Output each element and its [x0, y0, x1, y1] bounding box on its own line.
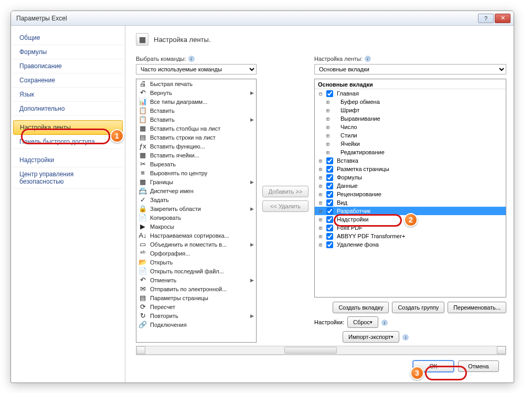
horizontal-scrollbar[interactable]: [136, 346, 506, 355]
expand-icon[interactable]: ⊞: [317, 225, 324, 231]
new-group-button[interactable]: Создать группу: [392, 302, 444, 313]
ok-button[interactable]: ОК: [413, 360, 454, 372]
tree-checkbox[interactable]: [326, 90, 333, 97]
tree-checkbox[interactable]: [326, 166, 333, 173]
sidebar-item-language[interactable]: Язык: [13, 88, 123, 102]
expand-icon[interactable]: ⊞: [324, 99, 332, 105]
sidebar-item-trust-center[interactable]: Центр управления безопасностью: [13, 167, 123, 189]
tree-node[interactable]: ⊞Разметка страницы: [315, 165, 506, 173]
list-item[interactable]: ≡Выровнять по центру: [136, 168, 256, 177]
expand-icon[interactable]: ⊞: [324, 141, 332, 147]
expand-icon[interactable]: ⊞: [317, 158, 324, 164]
info-icon[interactable]: [365, 55, 371, 62]
rename-button[interactable]: Переименовать...: [448, 302, 506, 313]
remove-button[interactable]: << Удалить: [262, 200, 308, 212]
expand-icon[interactable]: ⊞: [317, 217, 324, 222]
expand-icon[interactable]: ⊟: [317, 91, 324, 97]
list-item[interactable]: ▦Вставить столбцы на лист: [136, 124, 256, 133]
expand-icon[interactable]: ⊞: [317, 242, 324, 248]
list-item[interactable]: ↶Отменить▶: [136, 275, 256, 284]
expand-icon[interactable]: ⊞: [317, 208, 324, 214]
expand-icon[interactable]: ⊞: [317, 166, 324, 172]
list-item[interactable]: 📄Копировать: [136, 213, 256, 222]
tree-checkbox[interactable]: [326, 208, 333, 215]
expand-icon[interactable]: ⊞: [317, 183, 324, 189]
import-export-button[interactable]: Импорт-экспорт: [343, 331, 399, 343]
list-item[interactable]: 🖨Быстрая печать: [136, 79, 256, 88]
list-item[interactable]: 📇Диспетчер имен: [136, 186, 256, 195]
customize-ribbon-combo[interactable]: Основные вкладки: [314, 64, 506, 75]
list-item[interactable]: 📄Открыть последний файл...: [136, 267, 256, 275]
list-item[interactable]: ✂Вырезать: [136, 160, 256, 168]
sidebar-item-proofing[interactable]: Правописание: [13, 59, 123, 73]
tree-node[interactable]: ⊞Вставка: [315, 156, 506, 165]
tree-checkbox[interactable]: [326, 183, 333, 189]
list-item[interactable]: ✓Задать: [136, 195, 256, 204]
tree-node[interactable]: ⊞Буфер обмена: [315, 98, 506, 106]
list-item[interactable]: ▤Вставить строки на лист: [136, 133, 256, 142]
tree-node[interactable]: ⊞Шрифт: [315, 106, 506, 114]
info-icon[interactable]: [402, 334, 409, 341]
new-tab-button[interactable]: Создать вкладку: [333, 302, 389, 313]
sidebar-item-general[interactable]: Общие: [13, 31, 123, 45]
sidebar-item-customize-ribbon[interactable]: Настройка ленты: [13, 120, 123, 135]
sidebar-item-formulas[interactable]: Формулы: [13, 45, 123, 59]
list-item[interactable]: ▶Макросы: [136, 222, 256, 231]
sidebar-item-addins[interactable]: Надстройки: [13, 153, 123, 167]
tree-node[interactable]: ⊞ABBYY PDF Transformer+: [315, 232, 506, 240]
list-item[interactable]: 📂Открыть: [136, 258, 256, 267]
list-item[interactable]: ↻Повторить▶: [136, 311, 256, 320]
sidebar-item-advanced[interactable]: Дополнительно: [13, 102, 123, 116]
tree-checkbox[interactable]: [326, 216, 333, 223]
tree-node[interactable]: ⊞Формулы: [315, 173, 506, 182]
commands-listbox[interactable]: 🖨Быстрая печать↶Вернуть▶📊Все типы диагра…: [136, 79, 257, 343]
expand-icon[interactable]: ⊞: [317, 200, 324, 206]
expand-icon[interactable]: ⊞: [324, 133, 332, 139]
info-icon[interactable]: [188, 55, 195, 62]
list-item[interactable]: 📋Вставить▶: [136, 115, 256, 124]
tree-node[interactable]: ⊞Данные: [315, 182, 506, 190]
reset-button[interactable]: Сброс: [347, 316, 378, 328]
tree-node[interactable]: ⊞Ячейки: [315, 140, 506, 148]
list-item[interactable]: ↶Вернуть▶: [136, 88, 256, 97]
tree-node[interactable]: ⊞Выравнивание: [315, 114, 506, 123]
expand-icon[interactable]: ⊞: [324, 124, 332, 130]
list-item[interactable]: ▦Границы▶: [136, 177, 256, 186]
list-item[interactable]: 🔒Закрепить области▶: [136, 204, 256, 213]
tree-checkbox[interactable]: [326, 233, 333, 240]
expand-icon[interactable]: ⊞: [317, 233, 324, 239]
choose-commands-combo[interactable]: Часто используемые команды: [136, 64, 257, 75]
expand-icon[interactable]: ⊞: [324, 150, 332, 155]
sidebar-item-save[interactable]: Сохранение: [13, 73, 123, 88]
list-item[interactable]: ⟳Пересчет: [136, 302, 256, 311]
list-item[interactable]: ✉Отправить по электронной...: [136, 284, 256, 293]
tree-node[interactable]: ⊞Рецензирование: [315, 190, 506, 198]
tree-node[interactable]: ⊞Стили: [315, 131, 506, 140]
add-button[interactable]: Добавить >>: [262, 186, 308, 197]
close-button[interactable]: ✕: [495, 14, 510, 23]
sidebar-item-quick-access[interactable]: Панель быстрого доступа: [13, 135, 123, 149]
list-item[interactable]: ▭Объединить и поместить в...▶: [136, 240, 256, 249]
tree-checkbox[interactable]: [326, 225, 333, 231]
expand-icon[interactable]: ⊞: [324, 108, 332, 113]
cancel-button[interactable]: Отмена: [458, 360, 499, 372]
tree-node[interactable]: ⊞Удаление фона: [315, 240, 506, 249]
tree-node[interactable]: ⊞Число: [315, 123, 506, 131]
expand-icon[interactable]: ⊞: [324, 116, 332, 122]
tree-node[interactable]: ⊞Редактирование: [315, 148, 506, 156]
list-item[interactable]: A↓Настраиваемая сортировка...: [136, 231, 256, 240]
tree-checkbox[interactable]: [326, 241, 333, 248]
list-item[interactable]: ▤Параметры страницы: [136, 293, 256, 302]
tabs-tree[interactable]: Основные вкладки ⊟Главная⊞Буфер обмена⊞Ш…: [314, 79, 506, 298]
tree-checkbox[interactable]: [326, 191, 333, 198]
list-item[interactable]: ▦Вставить ячейки...: [136, 151, 256, 160]
list-item[interactable]: ƒxВставить функцию...: [136, 142, 256, 151]
expand-icon[interactable]: ⊞: [317, 192, 324, 197]
tree-node[interactable]: ⊞Надстройки: [315, 215, 506, 224]
tree-node[interactable]: ⊞Вид: [315, 198, 506, 207]
tree-node[interactable]: ⊟Главная: [315, 89, 506, 98]
list-item[interactable]: 🔗Подключения: [136, 320, 256, 329]
tree-checkbox[interactable]: [326, 157, 333, 164]
tree-checkbox[interactable]: [326, 174, 333, 181]
tree-node[interactable]: ⊞Foxit PDF: [315, 224, 506, 232]
